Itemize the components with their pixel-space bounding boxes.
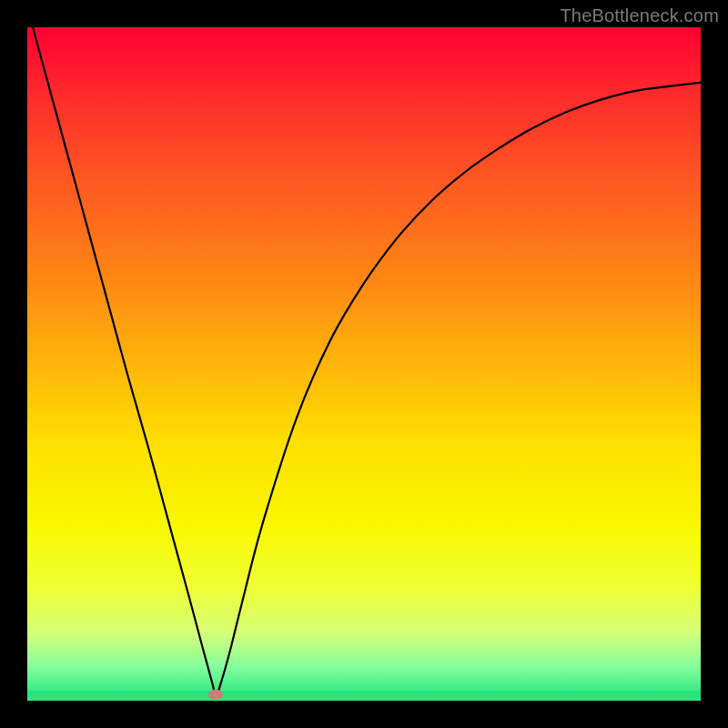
chart-frame: TheBottleneck.com	[0, 0, 728, 728]
bottleneck-curve	[27, 27, 701, 697]
plot-area	[27, 27, 701, 701]
optimal-marker	[208, 689, 223, 699]
watermark-text: TheBottleneck.com	[560, 5, 719, 26]
curve-svg	[27, 27, 701, 701]
